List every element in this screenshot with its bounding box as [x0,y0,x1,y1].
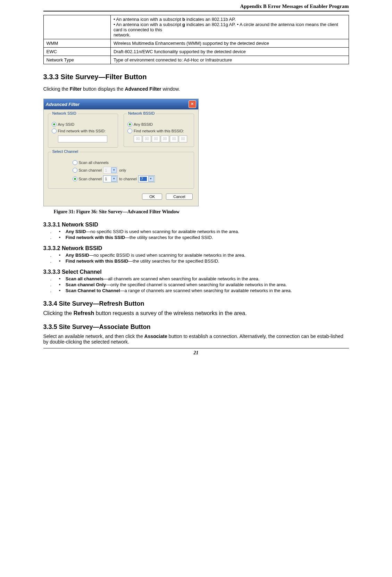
bssid-input[interactable]: 00 00 00 00 00 00 [134,135,187,142]
table-row: • An antenna icon with a subscript b ind… [43,15,349,39]
para-335: Select an available network, and then cl… [43,333,349,345]
para-334: Clicking the Refresh button requests a s… [43,310,349,316]
cell-label: Network Type [43,56,110,64]
radio-label-mid: to channel [119,177,137,181]
heading-334: 3.3.4 Site Survey—Refresh Button [43,300,349,307]
table-row: Network Type Type of environment connect… [43,56,349,64]
radio-icon [127,129,132,133]
heading-333: 3.3.3 Site Survey—Filter Button [43,73,349,81]
ssid-input[interactable] [58,135,107,142]
radio-find-ssid[interactable]: Find network with this SSID: [52,129,115,133]
list-item: . • Find network with this BSSID—the uti… [50,258,349,264]
heading-3331: 3.3.3.1 Network SSID [43,222,349,228]
heading-3332: 3.3.3.2 Network BSSID [43,245,349,252]
list-item: . • Scan channel Only—only the specified… [50,282,349,287]
chevron-down-icon: ▾ [148,176,154,182]
page-header: Appendix B Error Messages of Enabler Pro… [43,3,349,9]
radio-label: Any BSSID [134,122,153,126]
radio-scan-all[interactable]: Scan all channels [73,160,190,165]
table-row: EWC Draft-802.11n/EWC functionality supp… [43,48,349,56]
close-icon[interactable]: × [189,100,196,108]
window-titlebar: Advanced Filter × [44,99,198,109]
cell-text: • An antenna icon with a subscript [114,22,182,27]
radio-find-bssid[interactable]: Find network with this BSSID: [127,129,190,133]
radio-icon [52,122,57,127]
groupbox-label: Network BSSID [127,111,156,115]
window-title: Advanced Filter [46,102,80,107]
radio-scan-one[interactable]: Scan channel 1 ▾ only [73,167,190,174]
cell-text: indicates an 802.11b AP. [185,17,236,22]
radio-icon [73,168,77,173]
radio-any-ssid[interactable]: Any SSID [52,122,115,127]
list-3331: . • Any SSID—no specific SSID is used wh… [43,229,349,240]
info-table: • An antenna icon with a subscript b ind… [43,15,349,64]
cell-desc: Wireless Multimedia Enhancements (WMM) s… [110,39,349,48]
cell-desc: Type of environment connected to: Ad-Hoc… [110,56,349,64]
groupbox-ssid: Network SSID Any SSID Find network with … [48,114,118,148]
advanced-filter-window: Advanced Filter × Network SSID Any SSID … [43,99,199,206]
table-row: WMM Wireless Multimedia Enhancements (WM… [43,39,349,48]
radio-icon [127,122,132,127]
radio-label: Scan channel [79,177,102,181]
cell-text: • An antenna icon with a subscript [114,17,182,22]
groupbox-label: Select Channel [51,149,80,154]
groupbox-bssid: Network BSSID Any BSSID Find network wit… [124,114,194,147]
groupbox-label: Network SSID [51,111,78,115]
para-333: Clicking the Filter button displays the … [43,86,349,92]
list-item: . • Any BSSID—no specific BSSID is used … [50,253,349,258]
radio-label-suffix: only [119,168,126,172]
channel-from-dropdown[interactable]: 1 ▾ [103,175,118,182]
list-item: . • Any SSID—no specific SSID is used wh… [50,229,349,234]
radio-label: Scan channel [79,168,102,172]
radio-label: Find network with this BSSID: [134,129,184,133]
cell-label: EWC [43,48,110,56]
radio-icon [73,176,77,181]
figure-caption: Figure 31: Figure 36: Site Survey—Advanc… [54,209,349,215]
cancel-button[interactable]: Cancel [166,193,192,200]
radio-label: Scan all channels [79,160,109,165]
list-item: . • Find network with this SSID—the util… [50,235,349,240]
radio-label: Any SSID [58,122,75,126]
channel-dropdown-disabled: 1 ▾ [103,167,118,174]
chevron-down-icon: ▾ [111,167,117,173]
cell-text: network. [114,32,131,38]
list-3332: . • Any BSSID—no specific BSSID is used … [43,253,349,264]
list-3333: . • Scan all channels—all channels are s… [43,276,349,293]
cell-label: WMM [43,39,110,48]
radio-label: Find network with this SSID: [58,129,106,133]
list-item: . • Scan all channels—all channels are s… [50,276,349,281]
radio-icon [52,129,57,133]
cell-bold: b [182,17,185,22]
ok-button[interactable]: OK [142,193,162,200]
heading-3333: 3.3.3.3 Select Channel [43,269,349,275]
footer-rule [43,348,349,348]
cell-bold: g [182,22,185,27]
radio-any-bssid[interactable]: Any BSSID [127,122,190,127]
list-item: . • Scan Channel to Channel—a range of c… [50,288,349,293]
radio-icon [73,160,77,165]
cell-desc: Draft-802.11n/EWC functionality supporte… [110,48,349,56]
header-rule [43,11,349,11]
page-number: 21 [43,350,349,356]
chevron-down-icon: ▾ [111,176,117,182]
channel-to-dropdown[interactable]: 7 ▾ [138,175,155,182]
heading-335: 3.3.5 Site Survey—Associate Button [43,323,349,331]
radio-scan-range[interactable]: Scan channel 1 ▾ to channel 7 ▾ [73,175,190,182]
groupbox-channel: Select Channel Scan all channels Scan ch… [48,152,194,189]
